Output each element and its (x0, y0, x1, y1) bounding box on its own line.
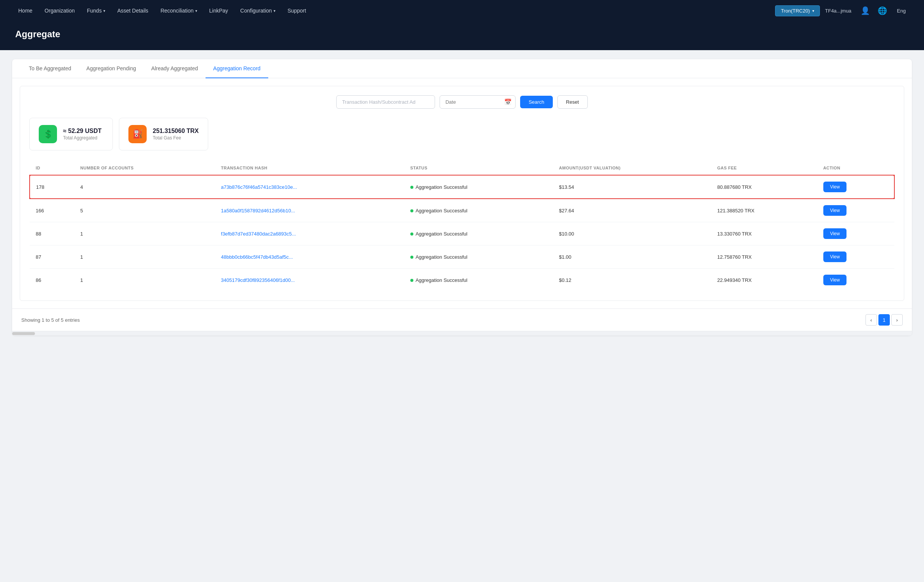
table-row: 178 4 a73b876c76f46a5741c383ce10e... Agg… (30, 175, 894, 199)
tx-hash-link[interactable]: 48bbb0cb66bc5f47db43d5af5c... (221, 254, 293, 260)
table-row: 166 5 1a580a0f1587892d4612d56b10... Aggr… (30, 199, 894, 222)
cell-status: Aggregation Successful (404, 246, 553, 269)
wallet-address[interactable]: TF4a...jmua (820, 8, 857, 14)
cell-id: 87 (30, 246, 74, 269)
scrollbar-thumb (12, 332, 35, 335)
table-header-row: ID NUMBER OF ACCOUNTS TRANSACTION HASH S… (30, 161, 894, 175)
date-input-wrapper: 📅 (440, 96, 516, 109)
page-header: Aggregate (0, 21, 924, 50)
aggregated-icon: 💲 (39, 125, 57, 143)
network-selector[interactable]: Tron(TRC20) ▾ (775, 5, 820, 16)
status-dot (410, 256, 413, 259)
cell-amount: $13.54 (553, 175, 711, 199)
cell-gas-fee: 121.388520 TRX (711, 199, 817, 222)
tab-aggregation-record[interactable]: Aggregation Record (206, 59, 268, 78)
cell-accounts: 1 (74, 246, 214, 269)
col-gas-fee: GAS FEE (711, 161, 817, 175)
tx-hash-link[interactable]: 3405179cdf30f892356406f1d00... (221, 277, 295, 283)
cell-amount: $1.00 (553, 246, 711, 269)
chevron-down-icon: ▾ (103, 9, 105, 13)
main-content: To Be Aggregated Aggregation Pending Alr… (0, 50, 924, 345)
total-aggregated-label: Total Aggregated (63, 135, 101, 140)
cell-accounts: 1 (74, 269, 214, 292)
search-button[interactable]: Search (520, 96, 553, 108)
view-button[interactable]: View (823, 181, 847, 192)
stat-cards-row: 💲 ≈ 52.29 USDT Total Aggregated ⛽ 251.31… (29, 118, 895, 150)
cell-tx-hash[interactable]: 48bbb0cb66bc5f47db43d5af5c... (215, 246, 404, 269)
pagination-row: Showing 1 to 5 of 5 entries ‹ 1 › (12, 308, 912, 331)
tabs-header: To Be Aggregated Aggregation Pending Alr… (12, 59, 912, 78)
cell-id: 166 (30, 199, 74, 222)
chevron-down-icon: ▾ (812, 9, 814, 13)
view-button[interactable]: View (823, 275, 847, 285)
nav-reconciliation[interactable]: Reconciliation ▾ (154, 0, 203, 21)
cell-id: 178 (30, 175, 74, 199)
view-button[interactable]: View (823, 228, 847, 239)
date-input[interactable] (440, 96, 516, 109)
language-icon[interactable]: 🌐 (874, 6, 891, 15)
tab-already-aggregated[interactable]: Already Aggregated (144, 59, 206, 78)
cell-gas-fee: 22.949340 TRX (711, 269, 817, 292)
next-page-button[interactable]: › (891, 314, 903, 326)
nav-configuration[interactable]: Configuration ▾ (234, 0, 281, 21)
cell-status: Aggregation Successful (404, 222, 553, 246)
page-title: Aggregate (15, 29, 909, 40)
cell-tx-hash[interactable]: f3efb87d7ed37480dac2a6893c5... (215, 222, 404, 246)
table-row: 88 1 f3efb87d7ed37480dac2a6893c5... Aggr… (30, 222, 894, 246)
cell-tx-hash[interactable]: 3405179cdf30f892356406f1d00... (215, 269, 404, 292)
cell-amount: $0.12 (553, 269, 711, 292)
search-row: 📅 Search Reset (29, 96, 895, 109)
prev-page-button[interactable]: ‹ (866, 314, 877, 326)
cell-gas-fee: 80.887680 TRX (711, 175, 817, 199)
tx-hash-link[interactable]: f3efb87d7ed37480dac2a6893c5... (221, 231, 296, 237)
total-gas-amount: 251.315060 TRX (153, 128, 199, 135)
nav-funds[interactable]: Funds ▾ (81, 0, 111, 21)
status-dot (410, 209, 413, 213)
cell-id: 88 (30, 222, 74, 246)
tab-to-be-aggregated[interactable]: To Be Aggregated (21, 59, 79, 78)
tx-hash-link[interactable]: a73b876c76f46a5741c383ce10e... (221, 184, 297, 190)
chevron-down-icon: ▾ (274, 9, 276, 13)
nav-linkpay[interactable]: LinkPay (203, 0, 234, 21)
cell-status: Aggregation Successful (404, 269, 553, 292)
status-dot (410, 186, 413, 189)
table-row: 86 1 3405179cdf30f892356406f1d00... Aggr… (30, 269, 894, 292)
cell-accounts: 1 (74, 222, 214, 246)
cell-id: 86 (30, 269, 74, 292)
reset-button[interactable]: Reset (558, 96, 588, 109)
nav-support[interactable]: Support (282, 0, 312, 21)
total-aggregated-amount: ≈ 52.29 USDT (63, 128, 101, 135)
cell-tx-hash[interactable]: a73b876c76f46a5741c383ce10e... (215, 175, 404, 199)
pagination-controls: ‹ 1 › (866, 314, 903, 326)
view-button[interactable]: View (823, 205, 847, 216)
cell-action: View (817, 269, 894, 292)
view-button[interactable]: View (823, 252, 847, 262)
navbar: Home Organization Funds ▾ Asset Details … (0, 0, 924, 21)
horizontal-scrollbar[interactable] (12, 331, 912, 335)
nav-home[interactable]: Home (12, 0, 38, 21)
nav-asset-details[interactable]: Asset Details (111, 0, 155, 21)
nav-organization[interactable]: Organization (38, 0, 81, 21)
tab-aggregation-pending[interactable]: Aggregation Pending (79, 59, 144, 78)
cell-action: View (817, 175, 894, 199)
records-table: ID NUMBER OF ACCOUNTS TRANSACTION HASH S… (29, 161, 895, 291)
cell-tx-hash[interactable]: 1a580a0f1587892d4612d56b10... (215, 199, 404, 222)
col-amount: AMOUNT(USDT VALUATION) (553, 161, 711, 175)
cell-action: View (817, 222, 894, 246)
page-1-button[interactable]: 1 (878, 314, 890, 326)
table-row: 87 1 48bbb0cb66bc5f47db43d5af5c... Aggre… (30, 246, 894, 269)
tabs-card: To Be Aggregated Aggregation Pending Alr… (12, 59, 912, 335)
pagination-info: Showing 1 to 5 of 5 entries (21, 317, 80, 323)
cell-status: Aggregation Successful (404, 199, 553, 222)
stat-card-total-aggregated: 💲 ≈ 52.29 USDT Total Aggregated (29, 118, 113, 150)
col-tx-hash: TRANSACTION HASH (215, 161, 404, 175)
chevron-down-icon: ▾ (195, 9, 197, 13)
lang-label[interactable]: Eng (891, 0, 912, 21)
user-icon[interactable]: 👤 (857, 6, 874, 15)
tx-hash-link[interactable]: 1a580a0f1587892d4612d56b10... (221, 208, 295, 213)
cell-gas-fee: 12.758760 TRX (711, 246, 817, 269)
cell-action: View (817, 199, 894, 222)
inner-card: 📅 Search Reset 💲 ≈ 52.29 USDT Total Aggr… (20, 86, 904, 301)
cell-action: View (817, 246, 894, 269)
search-hash-input[interactable] (336, 96, 435, 109)
